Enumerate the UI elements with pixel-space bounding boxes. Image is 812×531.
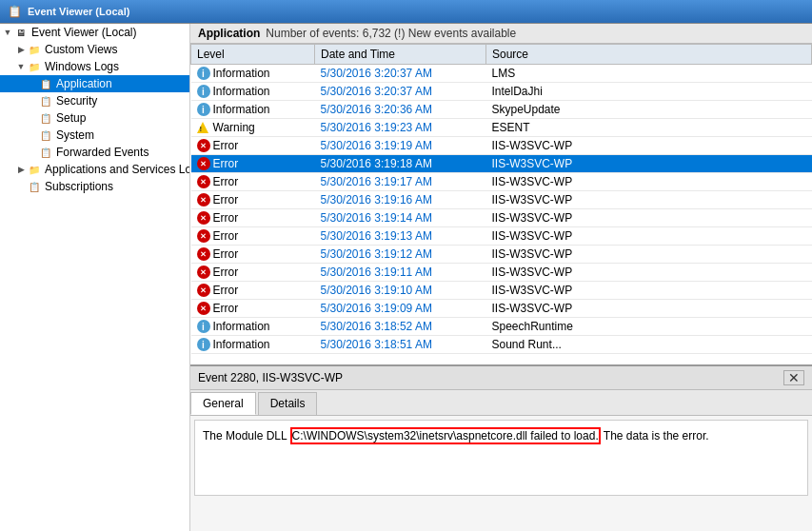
- cell-level: ✕Error: [191, 173, 315, 191]
- event-table-container[interactable]: Level Date and Time Source iInformation5…: [190, 44, 812, 364]
- right-panel: Application Number of events: 6,732 (!) …: [190, 24, 812, 531]
- cell-date: 5/30/2016 3:19:14 AM: [315, 209, 486, 227]
- cell-date: 5/30/2016 3:19:16 AM: [315, 191, 486, 209]
- event-table: Level Date and Time Source iInformation5…: [190, 44, 812, 354]
- sidebar-label: Applications and Services Lo...: [45, 163, 190, 176]
- cell-level: ✕Error: [191, 155, 315, 173]
- sidebar-label: System: [56, 128, 94, 142]
- cell-source: IIS-W3SVC-WP: [486, 137, 812, 155]
- error-icon: ✕: [197, 139, 210, 152]
- table-row[interactable]: ✕Error5/30/2016 3:19:10 AMIIS-W3SVC-WP: [191, 282, 812, 300]
- col-date[interactable]: Date and Time: [315, 45, 486, 65]
- sidebar-label: Custom Views: [45, 43, 117, 56]
- error-icon: ✕: [197, 302, 210, 315]
- error-icon: ✕: [197, 175, 210, 188]
- event-list-title: Application: [198, 27, 260, 40]
- cell-source: IIS-W3SVC-WP: [486, 173, 812, 191]
- error-icon: ✕: [197, 266, 210, 279]
- error-icon: ✕: [197, 157, 210, 170]
- log-icon: 📋: [38, 94, 53, 108]
- folder-icon: 📁: [27, 60, 42, 73]
- cell-source: IIS-W3SVC-WP: [486, 264, 812, 282]
- error-icon: ✕: [197, 247, 210, 261]
- info-icon: i: [197, 103, 210, 116]
- sidebar-item-custom-views[interactable]: ▶ 📁 Custom Views: [0, 41, 189, 58]
- cell-date: 5/30/2016 3:19:10 AM: [315, 282, 486, 300]
- table-row[interactable]: iInformation5/30/2016 3:20:36 AMSkypeUpd…: [191, 101, 812, 119]
- table-row[interactable]: ✕Error5/30/2016 3:19:14 AMIIS-W3SVC-WP: [191, 209, 812, 227]
- col-source[interactable]: Source: [486, 45, 812, 65]
- cell-source: IIS-W3SVC-WP: [486, 282, 812, 300]
- title-bar-text: Event Viewer (Local): [28, 6, 804, 17]
- folder-icon: 📁: [27, 43, 42, 56]
- detail-message-prefix: The Module DLL: [203, 429, 290, 442]
- table-row[interactable]: ✕Error5/30/2016 3:19:18 AMIIS-W3SVC-WP: [191, 155, 812, 173]
- table-row[interactable]: iInformation5/30/2016 3:20:37 AMLMS: [191, 65, 812, 83]
- cell-level: ✕Error: [191, 246, 315, 264]
- cell-level: ✕Error: [191, 209, 315, 227]
- tab-details[interactable]: Details: [258, 392, 318, 415]
- sidebar-item-system[interactable]: 📋 System: [0, 127, 189, 144]
- cell-source: Sound Runt...: [486, 336, 812, 354]
- log-icon: 📋: [27, 180, 42, 193]
- sidebar: ▼ 🖥 Event Viewer (Local) ▶ 📁 Custom View…: [0, 24, 190, 531]
- sidebar-item-event-viewer[interactable]: ▼ 🖥 Event Viewer (Local): [0, 24, 189, 41]
- cell-source: IntelDaJhi: [486, 83, 812, 101]
- level-label: Information: [213, 103, 270, 116]
- close-button[interactable]: ✕: [783, 370, 804, 385]
- event-count: Number of events: 6,732 (!) New events a…: [266, 27, 516, 40]
- cell-date: 5/30/2016 3:20:37 AM: [315, 83, 486, 101]
- cell-date: 5/30/2016 3:18:51 AM: [315, 336, 486, 354]
- cell-level: iInformation: [191, 65, 315, 83]
- table-row[interactable]: ✕Error5/30/2016 3:19:12 AMIIS-W3SVC-WP: [191, 246, 812, 264]
- sidebar-item-application[interactable]: 📋 Application: [0, 75, 189, 92]
- detail-panel: Event 2280, IIS-W3SVC-WP ✕ General Detai…: [190, 364, 812, 531]
- cell-date: 5/30/2016 3:18:52 AM: [315, 318, 486, 336]
- expand-icon: ▶: [15, 45, 27, 54]
- sidebar-item-security[interactable]: 📋 Security: [0, 92, 189, 109]
- table-row[interactable]: ✕Error5/30/2016 3:19:16 AMIIS-W3SVC-WP: [191, 191, 812, 209]
- table-row[interactable]: iInformation5/30/2016 3:20:37 AMIntelDaJ…: [191, 83, 812, 101]
- sidebar-label: Security: [56, 94, 97, 108]
- sidebar-item-subscriptions[interactable]: 📋 Subscriptions: [0, 178, 189, 195]
- sidebar-label: Setup: [56, 111, 86, 125]
- cell-level: ✕Error: [191, 227, 315, 246]
- level-label: Error: [213, 284, 239, 297]
- level-label: Error: [213, 266, 239, 279]
- expand-icon: ▼: [2, 28, 13, 37]
- error-icon: ✕: [197, 284, 210, 297]
- level-label: Error: [213, 302, 239, 315]
- level-label: Error: [213, 229, 239, 243]
- warning-icon: !: [197, 122, 208, 133]
- cell-date: 5/30/2016 3:19:13 AM: [315, 227, 486, 246]
- table-row[interactable]: iInformation5/30/2016 3:18:51 AMSound Ru…: [191, 336, 812, 354]
- cell-level: iInformation: [191, 336, 315, 354]
- cell-level: iInformation: [191, 101, 315, 119]
- table-row[interactable]: ✕Error5/30/2016 3:19:09 AMIIS-W3SVC-WP: [191, 300, 812, 318]
- cell-date: 5/30/2016 3:19:19 AM: [315, 137, 486, 155]
- expand-icon: ▼: [15, 62, 27, 71]
- log-icon: 📋: [38, 146, 53, 159]
- expand-icon: ▶: [15, 165, 27, 174]
- cell-date: 5/30/2016 3:19:23 AM: [315, 119, 486, 137]
- sidebar-item-setup[interactable]: 📋 Setup: [0, 109, 189, 127]
- level-label: Warning: [213, 121, 255, 134]
- tab-general[interactable]: General: [190, 392, 256, 415]
- table-row[interactable]: ✕Error5/30/2016 3:19:19 AMIIS-W3SVC-WP: [191, 137, 812, 155]
- sidebar-item-windows-logs[interactable]: ▼ 📁 Windows Logs: [0, 58, 189, 75]
- sidebar-label: Application: [56, 77, 112, 90]
- level-label: Error: [213, 211, 239, 225]
- cell-level: ✕Error: [191, 300, 315, 318]
- cell-date: 5/30/2016 3:19:11 AM: [315, 264, 486, 282]
- table-row[interactable]: ✕Error5/30/2016 3:19:11 AMIIS-W3SVC-WP: [191, 264, 812, 282]
- cell-source: IIS-W3SVC-WP: [486, 209, 812, 227]
- detail-content: The Module DLL C:\WINDOWS\system32\inets…: [194, 420, 808, 496]
- table-row[interactable]: ✕Error5/30/2016 3:19:13 AMIIS-W3SVC-WP: [191, 227, 812, 246]
- cell-source: LMS: [486, 65, 812, 83]
- col-level[interactable]: Level: [191, 45, 315, 65]
- sidebar-item-forwarded-events[interactable]: 📋 Forwarded Events: [0, 144, 189, 161]
- table-row[interactable]: iInformation5/30/2016 3:18:52 AMSpeechRu…: [191, 318, 812, 336]
- table-row[interactable]: ✕Error5/30/2016 3:19:17 AMIIS-W3SVC-WP: [191, 173, 812, 191]
- sidebar-item-apps-services[interactable]: ▶ 📁 Applications and Services Lo...: [0, 161, 189, 178]
- table-row[interactable]: !Warning5/30/2016 3:19:23 AMESENT: [191, 119, 812, 137]
